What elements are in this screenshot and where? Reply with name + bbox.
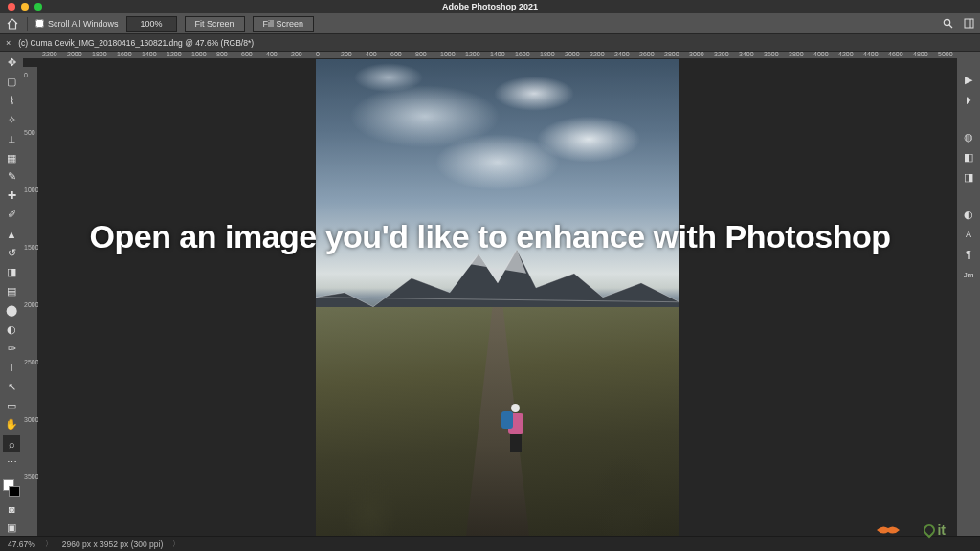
canvas-stage[interactable]	[38, 59, 957, 536]
more-tools-icon[interactable]: ⋯	[3, 454, 20, 471]
ruler-tick: 1600	[515, 52, 530, 57]
marquee-tool-icon[interactable]: ▢	[3, 74, 20, 90]
ruler-tick: 400	[366, 52, 377, 57]
close-window-icon[interactable]	[8, 3, 15, 11]
ruler-tick: 3000	[24, 416, 39, 423]
maximize-window-icon[interactable]	[34, 3, 42, 11]
ruler-tick: 800	[415, 52, 427, 57]
ruler-tick: 5000	[938, 52, 953, 57]
ruler-tick: 3800	[789, 52, 804, 57]
zoom-100-button[interactable]: 100%	[126, 16, 177, 32]
scroll-all-windows-checkbox[interactable]: Scroll All Windows	[35, 19, 119, 29]
ruler-tick: 800	[216, 52, 228, 57]
ruler-tick: 200	[341, 52, 352, 57]
step-icon[interactable]: ⏵	[960, 91, 977, 108]
screenmode-icon[interactable]: ▣	[3, 519, 20, 536]
ruler-tick: 2000	[24, 301, 39, 308]
canvas-area: 2200200018001600140012001000800600400200…	[23, 52, 957, 536]
adjustments-panel-icon[interactable]: ◐	[960, 206, 977, 223]
heal-tool-icon[interactable]: ✚	[3, 187, 20, 204]
ruler-tick: 3500	[24, 474, 39, 480]
ruler-tick: 4000	[813, 52, 829, 57]
path-tool-icon[interactable]: ↖	[3, 379, 20, 395]
document-tab-title: (c) Cuma Cevik_IMG_20180416_160821.dng @…	[18, 38, 254, 48]
ruler-tick: 600	[241, 52, 253, 57]
ruler-tick: 200	[291, 52, 302, 57]
color-swatches[interactable]	[3, 479, 20, 497]
ruler-tick: 600	[390, 52, 402, 57]
character-panel-icon[interactable]: A	[960, 226, 977, 243]
ruler-tick: 4800	[913, 52, 928, 57]
document-tab[interactable]: × (c) Cuma Cevik_IMG_20180416_160821.dng…	[6, 38, 254, 48]
lasso-tool-icon[interactable]: ⌇	[3, 93, 20, 109]
ruler-tick: 2200	[590, 52, 605, 57]
quickmask-icon[interactable]: ◙	[3, 500, 20, 517]
status-doc-info[interactable]: 2960 px x 3952 px (300 ppi)	[62, 540, 163, 549]
ruler-tick: 1500	[24, 244, 39, 251]
ruler-tick: 2000	[565, 52, 580, 57]
eraser-tool-icon[interactable]: ◨	[3, 264, 20, 280]
ruler-tick: 0	[24, 72, 28, 78]
pen-tool-icon[interactable]: ✑	[3, 341, 20, 357]
figure-in-image	[505, 404, 526, 450]
document-tab-bar: × (c) Cuma Cevik_IMG_20180416_160821.dng…	[0, 34, 980, 52]
right-panel-dock: ▶ ⏵ ◍ ◧ ◨ ◐ A ¶ Jm	[957, 52, 980, 536]
ruler-tick: 3200	[714, 52, 729, 57]
swatches-panel-icon[interactable]: ◧	[960, 148, 977, 165]
ruler-tick: 4200	[838, 52, 854, 57]
blur-tool-icon[interactable]: ⬤	[3, 302, 20, 319]
horizontal-ruler[interactable]: 2200200018001600140012001000800600400200…	[23, 52, 957, 59]
ruler-tick: 1600	[117, 52, 132, 57]
ruler-tick: 2500	[24, 359, 39, 365]
layers-panel-icon[interactable]: Jm	[960, 266, 977, 283]
home-icon[interactable]	[6, 17, 19, 31]
svg-point-0	[944, 19, 949, 25]
ruler-tick: 1200	[465, 52, 480, 57]
tools-panel: ✥ ▢ ⌇ ✧ ⟂ ▦ ✎ ✚ ✐ ▲ ↺ ◨ ▤ ⬤ ◐ ✑ T ↖ ▭ ✋ …	[0, 52, 23, 536]
status-zoom[interactable]: 47.67%	[8, 540, 35, 549]
text-tool-icon[interactable]: T	[3, 360, 20, 376]
ruler-tick: 500	[24, 129, 35, 136]
rectangle-tool-icon[interactable]: ▭	[3, 398, 20, 414]
history-brush-tool-icon[interactable]: ↺	[3, 245, 20, 261]
svg-line-1	[949, 25, 952, 28]
background-swatch[interactable]	[9, 486, 20, 497]
ruler-tick: 1800	[540, 52, 555, 57]
status-arrow-icon[interactable]: 〉	[172, 539, 180, 549]
fill-screen-button[interactable]: Fill Screen	[253, 16, 315, 32]
svg-rect-2	[965, 19, 973, 28]
wand-tool-icon[interactable]: ✧	[3, 112, 20, 128]
hand-tool-icon[interactable]: ✋	[3, 417, 20, 433]
gradient-tool-icon[interactable]: ▤	[3, 283, 20, 299]
document-image	[316, 59, 679, 536]
color-panel-icon[interactable]: ◍	[960, 128, 977, 145]
zoom-tool-icon[interactable]: ⌕	[3, 435, 20, 452]
workspace-icon[interactable]	[963, 18, 974, 30]
app-title: Adobe Photoshop 2021	[0, 2, 980, 11]
status-arrow-icon[interactable]: 〉	[45, 539, 53, 549]
brush-tool-icon[interactable]: ✐	[3, 207, 20, 223]
stamp-tool-icon[interactable]: ▲	[3, 226, 20, 242]
dodge-tool-icon[interactable]: ◐	[3, 321, 20, 338]
ruler-tick: 400	[266, 52, 278, 57]
paragraph-panel-icon[interactable]: ¶	[960, 246, 977, 263]
search-icon[interactable]	[942, 18, 953, 30]
gradients-panel-icon[interactable]: ◨	[960, 168, 977, 186]
ruler-tick: 2800	[664, 52, 679, 57]
frame-tool-icon[interactable]: ▦	[3, 150, 20, 166]
play-icon[interactable]: ▶	[960, 71, 977, 88]
window-titlebar: Adobe Photoshop 2021	[0, 0, 980, 13]
eyedropper-tool-icon[interactable]: ✎	[3, 169, 20, 186]
minimize-window-icon[interactable]	[21, 3, 29, 11]
lips-icon	[876, 524, 901, 536]
status-bar: 47.67% 〉 2960 px x 3952 px (300 ppi) 〉	[0, 536, 980, 551]
vertical-ruler[interactable]: 0500100015002000250030003500	[23, 67, 38, 536]
ruler-tick: 1200	[167, 52, 182, 57]
ruler-tick: 1000	[191, 52, 207, 57]
move-tool-icon[interactable]: ✥	[3, 55, 20, 71]
close-tab-icon[interactable]: ×	[6, 38, 11, 48]
crop-tool-icon[interactable]: ⟂	[3, 131, 20, 147]
oit-logo: it	[924, 522, 946, 538]
fit-screen-button[interactable]: Fit Screen	[185, 16, 245, 32]
ruler-tick: 1000	[440, 52, 456, 57]
